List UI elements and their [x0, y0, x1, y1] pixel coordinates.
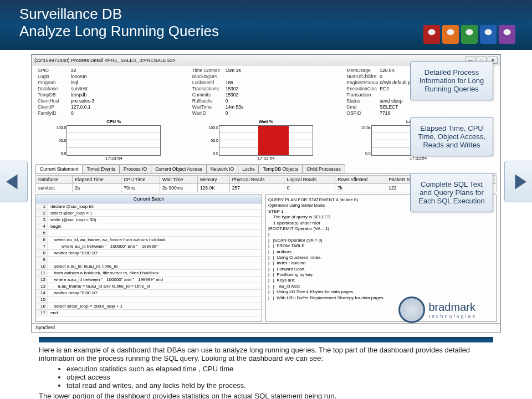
caption-text: Here is an example of a dashboard that D… [39, 346, 493, 399]
batch-line[interactable]: 7 where au_id between " 100000" and " 19… [36, 243, 262, 250]
db-icon-row [423, 25, 515, 44]
tab-current-object-access[interactable]: Current Object Access [151, 164, 207, 173]
batch-line[interactable]: 3while (@cur_loop < 30) [36, 217, 262, 223]
batch-title: Current Batch [36, 195, 262, 203]
wait-chart: Wait % 100.050.00.0 17:33:54 [219, 119, 313, 161]
tab-process-io[interactable]: Process IO [119, 164, 151, 173]
tab-locks[interactable]: Locks [238, 164, 259, 173]
batch-line[interactable]: 12 where a.au_id between " 100000" and "… [36, 277, 262, 283]
brand-logo: bradmarktechnologies [398, 296, 477, 323]
callout-box: Elapsed Time, CPU Time, Object Access, R… [410, 117, 493, 156]
batch-line[interactable]: 6 select au_id, au_lname, au_fname from … [36, 237, 262, 243]
batch-line[interactable]: 1declare @cur_loop int [36, 203, 262, 210]
status-bar: Synched [32, 323, 500, 331]
prev-slide-button[interactable] [0, 161, 28, 202]
batch-line[interactable]: 16 select @cur_loop = @cur_loop + 1 [36, 303, 262, 310]
slide-header: Surveillance DB Analyze Long Running Que… [0, 0, 532, 50]
callout-column: Detailed Process Information for Long Ru… [410, 61, 493, 212]
db-icon [480, 25, 497, 44]
batch-line[interactable]: 8 waitfor delay "0:00:10" [36, 250, 262, 257]
tab-network-io[interactable]: Network IO [206, 164, 239, 173]
logo-icon [398, 296, 425, 323]
next-slide-button[interactable] [504, 161, 532, 202]
batch-line[interactable]: 13 a.au_fname = ta.au_id and ta.title_id… [36, 283, 262, 290]
batch-line[interactable]: 11 from authors a holdlock, titleauthor … [36, 270, 262, 277]
window-title-text: (22:159973440) Process Detail <PRE_SALES… [34, 58, 176, 63]
current-batch-panel: Current Batch 1declare @cur_loop int2sel… [35, 195, 262, 322]
batch-line[interactable]: 4begin [36, 223, 262, 230]
tab-timed-events[interactable]: Timed Events [82, 164, 120, 173]
tab-current-statement[interactable]: Current Statement [35, 164, 83, 173]
cpu-chart: CPU % 100.050.00.0 17:33:54 [66, 119, 161, 161]
batch-line[interactable]: 10 select a.au_id, ta.au_id, t.title_id [36, 263, 262, 270]
db-icon [442, 25, 459, 44]
batch-line[interactable]: 2select @cur_loop = 1 [36, 210, 262, 217]
batch-line[interactable]: 5 [36, 230, 262, 237]
callout-box: Detailed Process Information for Long Ru… [410, 61, 493, 100]
batch-line[interactable]: 9 [36, 257, 262, 263]
svg-marker-2 [515, 174, 526, 189]
tab-child-processes[interactable]: Child Processes [302, 164, 345, 173]
db-icon [499, 25, 515, 44]
callout-box: Complete SQL Text and Query Plans for Ea… [410, 173, 493, 212]
batch-line[interactable]: 14 waitfor delay "0:00:10" [36, 290, 262, 296]
batch-line[interactable]: 17end [36, 310, 262, 316]
db-icon [461, 25, 478, 44]
divider [39, 337, 493, 342]
tab-tempdb-objects[interactable]: TempDB Objects [258, 164, 303, 173]
batch-line[interactable]: 15 [36, 296, 262, 303]
db-icon [423, 25, 440, 44]
svg-marker-0 [6, 174, 17, 189]
